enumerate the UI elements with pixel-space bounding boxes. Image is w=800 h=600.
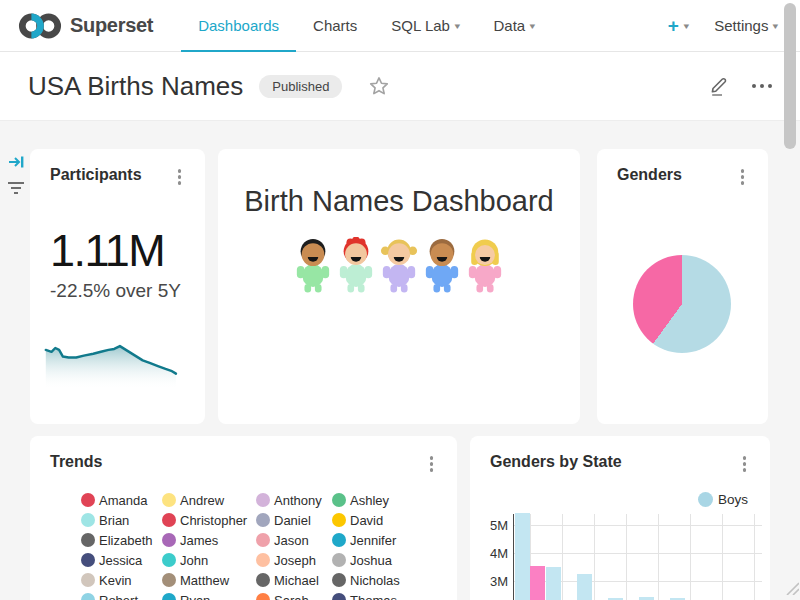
- legend-label: James: [180, 533, 218, 548]
- legend-item-boys[interactable]: Boys: [698, 492, 748, 507]
- more-actions-icon[interactable]: [750, 80, 774, 92]
- genders-by-state-card: Genders by State Boys 5M 4M 3M: [470, 436, 770, 600]
- resize-grip-icon[interactable]: [783, 579, 799, 599]
- legend-dot: [162, 573, 176, 587]
- legend-dot: [162, 593, 176, 600]
- legend-dot: [256, 533, 270, 547]
- legend-item-andrew[interactable]: Andrew: [162, 490, 256, 510]
- legend-label: John: [180, 553, 208, 568]
- y-tick: 4M: [470, 546, 508, 561]
- top-navbar: Superset DashboardsChartsSQL Lab▾Data▾ +…: [0, 0, 800, 52]
- nav-item-charts[interactable]: Charts: [296, 0, 374, 52]
- gridline: [754, 514, 755, 600]
- brand-name: Superset: [70, 14, 153, 37]
- nav-item-sql-lab[interactable]: SQL Lab▾: [374, 0, 476, 52]
- legend-item-sarah[interactable]: Sarah: [256, 590, 332, 600]
- legend-item-nicholas[interactable]: Nicholas: [332, 570, 432, 590]
- legend-dot: [256, 553, 270, 567]
- legend-dot: [81, 493, 95, 507]
- dashboard-grid: Participants 1.11M -22.5% over 5Y Birth …: [0, 120, 800, 600]
- genders-pie-chart: [633, 255, 731, 353]
- add-new-button[interactable]: + ▾: [668, 16, 689, 35]
- baby-blonde-pigtails: [380, 237, 418, 295]
- kebab-menu-icon[interactable]: [739, 453, 751, 475]
- gridline: [658, 514, 659, 600]
- legend-item-matthew[interactable]: Matthew: [162, 570, 256, 590]
- navbar-right: + ▾ Settings ▾: [668, 16, 778, 35]
- legend-label: Kevin: [99, 573, 132, 588]
- legend-label: Joseph: [274, 553, 316, 568]
- legend-item-ryan[interactable]: Ryan: [162, 590, 256, 600]
- edit-pencil-icon[interactable]: [709, 75, 730, 97]
- legend-item-daniel[interactable]: Daniel: [256, 510, 332, 530]
- legend-dot: [256, 573, 270, 587]
- header-actions: [709, 75, 774, 97]
- bar-boys-0: [515, 513, 530, 600]
- legend-item-jennifer[interactable]: Jennifer: [332, 530, 432, 550]
- bar-boys-2: [577, 574, 592, 600]
- legend-label: Brian: [99, 513, 129, 528]
- legend-label: Michael: [274, 573, 319, 588]
- legend-item-ashley[interactable]: Ashley: [332, 490, 432, 510]
- baby-black-round: [294, 237, 332, 295]
- legend-item-jessica[interactable]: Jessica: [81, 550, 162, 570]
- nav-item-dashboards[interactable]: Dashboards: [181, 0, 296, 52]
- gridline: [562, 514, 563, 600]
- legend-item-joseph[interactable]: Joseph: [256, 550, 332, 570]
- chevron-down-icon: ▾: [530, 21, 536, 31]
- expand-filter-bar-icon[interactable]: [7, 153, 25, 175]
- babies-illustration: [218, 237, 580, 295]
- legend-dot: [332, 593, 346, 600]
- legend-dot: [332, 533, 346, 547]
- nav-item-label: SQL Lab: [391, 17, 450, 34]
- legend-label: Elizabeth: [99, 533, 152, 548]
- legend-item-amanda[interactable]: Amanda: [81, 490, 162, 510]
- superset-logo[interactable]: Superset: [18, 11, 153, 41]
- settings-menu[interactable]: Settings ▾: [714, 17, 778, 34]
- legend-dot: [162, 553, 176, 567]
- y-tick: 5M: [470, 518, 508, 533]
- sparkline-chart: [42, 335, 194, 399]
- legend-label: Amanda: [99, 493, 147, 508]
- legend-dot: [332, 493, 346, 507]
- bar-plot: [513, 514, 761, 600]
- y-tick: 3M: [470, 574, 508, 589]
- kebab-menu-icon[interactable]: [174, 166, 186, 188]
- legend-item-christopher[interactable]: Christopher: [162, 510, 256, 530]
- legend-item-robert[interactable]: Robert: [81, 590, 162, 600]
- legend-item-michael[interactable]: Michael: [256, 570, 332, 590]
- chart-title: Participants: [50, 166, 142, 184]
- legend-item-john[interactable]: John: [162, 550, 256, 570]
- markdown-card: Birth Names Dashboard: [218, 149, 580, 424]
- chevron-down-icon: ▾: [683, 21, 689, 31]
- legend-label: Jessica: [99, 553, 142, 568]
- filter-list-icon[interactable]: [7, 180, 25, 200]
- vertical-scrollbar-thumb[interactable]: [784, 3, 796, 149]
- kebab-menu-icon[interactable]: [426, 453, 438, 475]
- nav-item-label: Charts: [313, 17, 357, 34]
- kebab-menu-icon[interactable]: [737, 166, 749, 188]
- legend-label: David: [350, 513, 383, 528]
- favorite-star-icon[interactable]: [368, 75, 390, 97]
- legend-dot: [162, 533, 176, 547]
- chart-title: Genders by State: [490, 453, 622, 471]
- legend-item-thomas[interactable]: Thomas: [332, 590, 432, 600]
- legend-item-joshua[interactable]: Joshua: [332, 550, 432, 570]
- legend-dot: [256, 593, 270, 600]
- legend-item-james[interactable]: James: [162, 530, 256, 550]
- chevron-down-icon: ▾: [454, 21, 460, 31]
- gridline: [514, 553, 762, 554]
- legend-dot: [698, 492, 713, 507]
- gridline: [722, 514, 723, 600]
- published-badge[interactable]: Published: [259, 75, 342, 98]
- legend-item-jason[interactable]: Jason: [256, 530, 332, 550]
- legend-item-david[interactable]: David: [332, 510, 432, 530]
- legend-label: Ryan: [180, 593, 210, 600]
- legend-item-brian[interactable]: Brian: [81, 510, 162, 530]
- dashboard-header: USA Births Names Published: [0, 52, 800, 120]
- gridline: [690, 514, 691, 600]
- legend-item-elizabeth[interactable]: Elizabeth: [81, 530, 162, 550]
- legend-item-anthony[interactable]: Anthony: [256, 490, 332, 510]
- nav-item-data[interactable]: Data▾: [476, 0, 551, 52]
- legend-item-kevin[interactable]: Kevin: [81, 570, 162, 590]
